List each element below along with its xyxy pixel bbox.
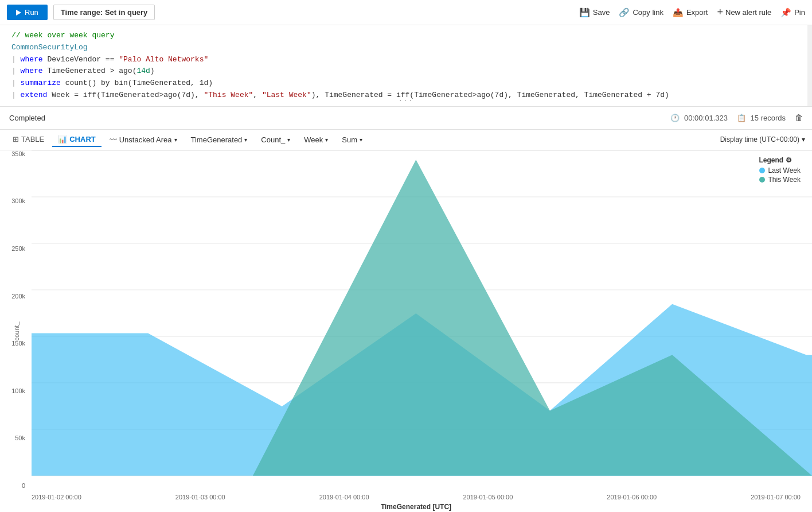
aggregation-dropdown[interactable]: Sum ▾ bbox=[336, 133, 368, 146]
y-axis-labels: 350k 300k 250k 200k 150k 100k 50k 0 bbox=[0, 150, 29, 489]
x-label-jan04: 2019-01-04 00:00 bbox=[319, 494, 369, 501]
chart-type-label: Unstacked Area bbox=[119, 135, 172, 144]
clock-icon: 🕐 bbox=[670, 114, 680, 122]
chart-section: count_ 350k 300k 250k 200k 150k 100k 50k… bbox=[0, 150, 812, 512]
y-label-150k: 150k bbox=[11, 340, 25, 347]
aggregation-label: Sum bbox=[342, 135, 357, 144]
x-label-jan06: 2019-01-06 00:00 bbox=[607, 494, 657, 501]
execution-time: 🕐 00:00:01.323 bbox=[670, 114, 728, 122]
save-icon: 💾 bbox=[579, 7, 590, 18]
legend-this-week: This Week bbox=[759, 176, 801, 184]
play-icon bbox=[16, 10, 21, 15]
area-chart-icon: 〰 bbox=[110, 135, 117, 144]
export-icon: 📤 bbox=[673, 7, 684, 18]
chevron-down-icon-time: ▾ bbox=[802, 135, 805, 143]
x-label-jan02: 2019-01-02 00:00 bbox=[32, 494, 81, 501]
y-axis-label: Count_ bbox=[261, 135, 285, 144]
pin-button[interactable]: 📌 Pin bbox=[780, 7, 805, 18]
chart-canvas bbox=[32, 150, 812, 479]
chevron-down-icon-x: ▾ bbox=[244, 137, 247, 143]
time-range-button[interactable]: Time range: Set in query bbox=[53, 5, 155, 20]
chart-toolbar: ⊞ TABLE 📊 CHART 〰 Unstacked Area ▾ TimeG… bbox=[0, 130, 812, 150]
legend-last-week: Last Week bbox=[759, 166, 801, 174]
table-tab[interactable]: ⊞ TABLE bbox=[7, 133, 50, 147]
x-label-jan05: 2019-01-05 00:00 bbox=[463, 494, 513, 501]
copy-link-label: Copy link bbox=[633, 8, 663, 17]
export-button[interactable]: 📤 Export bbox=[673, 7, 708, 18]
y-axis-dropdown[interactable]: Count_ ▾ bbox=[255, 133, 296, 146]
top-toolbar: Run Time range: Set in query 💾 Save 🔗 Co… bbox=[0, 0, 812, 25]
time-label: 00:00:01.323 bbox=[684, 114, 728, 122]
pin-label: Pin bbox=[794, 8, 805, 17]
toolbar-right: 💾 Save 🔗 Copy link 📤 Export + New alert … bbox=[579, 6, 805, 18]
x-label-jan07: 2019-01-07 00:00 bbox=[751, 494, 801, 501]
status-completed: Completed bbox=[9, 114, 45, 122]
records-count: 📋 15 records bbox=[737, 114, 786, 122]
chevron-down-icon-y: ▾ bbox=[287, 137, 290, 143]
chart-legend: Legend ⚙ Last Week This Week bbox=[759, 156, 801, 185]
settings-icon[interactable]: ⚙ bbox=[786, 156, 792, 164]
split-by-dropdown[interactable]: Week ▾ bbox=[298, 133, 334, 146]
y-label-200k: 200k bbox=[11, 293, 25, 300]
link-icon: 🔗 bbox=[619, 7, 630, 18]
chart-svg bbox=[32, 150, 812, 479]
new-alert-label: New alert rule bbox=[725, 8, 771, 17]
legend-dot-last-week bbox=[759, 168, 765, 173]
plus-icon: + bbox=[717, 6, 723, 18]
legend-dot-this-week bbox=[759, 177, 765, 183]
y-label-0: 0 bbox=[22, 482, 25, 489]
export-label: Export bbox=[686, 8, 708, 17]
y-label-250k: 250k bbox=[11, 245, 25, 252]
pin-icon: 📌 bbox=[780, 7, 791, 18]
delete-button[interactable]: 🗑 bbox=[795, 113, 803, 122]
x-axis-title: TimeGenerated [UTC] bbox=[32, 503, 801, 511]
chart-icon: 📊 bbox=[58, 135, 67, 143]
save-button[interactable]: 💾 Save bbox=[579, 7, 610, 18]
new-alert-button[interactable]: + New alert rule bbox=[717, 6, 771, 18]
y-label-50k: 50k bbox=[15, 435, 25, 441]
y-label-100k: 100k bbox=[11, 387, 25, 394]
chart-tab[interactable]: 📊 CHART bbox=[52, 133, 102, 147]
chevron-down-icon-agg: ▾ bbox=[360, 137, 362, 143]
display-time-dropdown[interactable]: Display time (UTC+00:00) ▾ bbox=[720, 135, 805, 143]
query-line1: CommonSecurityLog bbox=[9, 42, 803, 54]
vertical-scrollbar[interactable] bbox=[807, 25, 812, 106]
table-icon: ⊞ bbox=[13, 135, 19, 143]
y-label-300k: 300k bbox=[11, 197, 25, 204]
query-line2: | where DeviceVendor == "Palo Alto Netwo… bbox=[9, 54, 803, 66]
records-icon: 📋 bbox=[737, 114, 746, 122]
copy-link-button[interactable]: 🔗 Copy link bbox=[619, 7, 663, 18]
status-bar: Completed 🕐 00:00:01.323 📋 15 records 🗑 bbox=[0, 107, 812, 130]
x-label-jan03: 2019-01-03 00:00 bbox=[175, 494, 225, 501]
main-content: // week over week query CommonSecurityLo… bbox=[0, 25, 812, 512]
x-axis-dropdown[interactable]: TimeGenerated ▾ bbox=[185, 133, 253, 146]
table-tab-label: TABLE bbox=[21, 135, 44, 143]
legend-title: Legend ⚙ bbox=[759, 156, 801, 164]
run-label: Run bbox=[25, 8, 38, 17]
records-label: 15 records bbox=[751, 114, 786, 122]
split-by-label: Week bbox=[304, 135, 323, 144]
time-range-prefix: Time range: bbox=[61, 8, 103, 17]
x-axis-label: TimeGenerated bbox=[191, 135, 243, 144]
x-axis-labels: 2019-01-02 00:00 2019-01-03 00:00 2019-0… bbox=[32, 494, 801, 501]
chevron-down-icon-split: ▾ bbox=[325, 137, 328, 143]
run-button[interactable]: Run bbox=[7, 5, 48, 20]
query-line4: | summarize count() by bin(TimeGenerated… bbox=[9, 77, 803, 90]
toolbar-left: Run Time range: Set in query bbox=[7, 5, 155, 20]
chevron-down-icon: ▾ bbox=[174, 137, 177, 143]
time-range-value: Set in query bbox=[105, 8, 147, 17]
display-time-label: Display time (UTC+00:00) bbox=[720, 135, 799, 143]
query-comment: // week over week query bbox=[9, 30, 803, 42]
save-label: Save bbox=[593, 8, 610, 17]
query-editor[interactable]: // week over week query CommonSecurityLo… bbox=[0, 25, 812, 107]
y-label-350k: 350k bbox=[11, 150, 25, 157]
chart-tabs: ⊞ TABLE 📊 CHART 〰 Unstacked Area ▾ TimeG… bbox=[7, 133, 368, 147]
chart-tab-label: CHART bbox=[69, 135, 96, 143]
query-line3: | where TimeGenerated > ago(14d) bbox=[9, 65, 803, 77]
chart-type-dropdown[interactable]: 〰 Unstacked Area ▾ bbox=[104, 133, 183, 146]
status-right: 🕐 00:00:01.323 📋 15 records 🗑 bbox=[670, 113, 803, 122]
resize-handle[interactable]: ... bbox=[394, 94, 418, 106]
